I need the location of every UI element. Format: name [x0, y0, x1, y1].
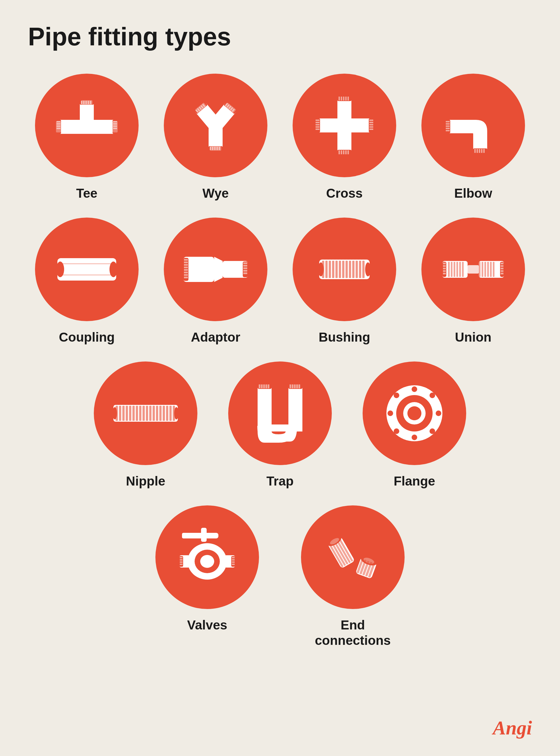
svg-rect-175	[259, 384, 260, 389]
svg-rect-159	[146, 406, 148, 421]
label-flange: Flange	[394, 474, 435, 489]
svg-rect-154	[129, 406, 131, 421]
svg-rect-157	[139, 406, 141, 421]
svg-rect-74	[446, 125, 450, 127]
svg-rect-75	[446, 128, 450, 129]
label-coupling: Coupling	[59, 330, 115, 345]
svg-rect-135	[467, 265, 479, 274]
svg-rect-16	[81, 101, 82, 104]
svg-rect-76	[446, 130, 450, 131]
svg-rect-142	[493, 262, 495, 277]
svg-rect-156	[136, 406, 138, 421]
svg-rect-183	[296, 384, 298, 389]
svg-rect-59	[369, 126, 373, 128]
svg-rect-130	[451, 262, 453, 277]
svg-rect-60	[369, 128, 373, 130]
tee-icon	[53, 97, 120, 154]
label-nipple: Nipple	[126, 474, 165, 489]
label-wye: Wye	[202, 186, 229, 201]
svg-rect-62	[341, 97, 342, 101]
svg-rect-145	[501, 265, 503, 267]
svg-rect-129	[448, 262, 450, 277]
svg-rect-95	[184, 266, 188, 268]
svg-rect-134	[462, 262, 464, 277]
svg-rect-209	[180, 561, 183, 563]
valves-icon	[176, 525, 238, 590]
svg-point-188	[407, 406, 421, 420]
svg-rect-184	[299, 384, 300, 389]
svg-rect-70	[347, 151, 349, 154]
circle-coupling	[35, 218, 139, 321]
svg-rect-96	[184, 269, 188, 271]
svg-rect-43	[216, 147, 218, 150]
svg-rect-181	[292, 384, 294, 389]
svg-rect-141	[490, 262, 492, 277]
svg-rect-53	[316, 124, 319, 125]
label-union: Union	[455, 330, 492, 345]
svg-rect-69	[345, 151, 347, 154]
circle-nipple	[94, 361, 197, 465]
svg-rect-109	[329, 261, 331, 278]
svg-rect-102	[243, 265, 247, 266]
item-bushing: Bushing	[286, 218, 403, 345]
svg-rect-11	[57, 128, 60, 129]
svg-rect-137	[479, 262, 480, 277]
svg-rect-101	[243, 262, 247, 264]
item-valves: Valves	[140, 505, 274, 648]
svg-point-192	[436, 411, 441, 416]
label-valves: Valves	[187, 617, 227, 633]
label-tee: Tee	[76, 186, 97, 201]
circle-cross	[293, 74, 396, 177]
svg-rect-212	[232, 559, 235, 561]
bushing-icon	[314, 251, 375, 287]
svg-rect-182	[294, 384, 296, 389]
label-end-connections: Endconnections	[315, 617, 391, 648]
item-end-connections: Endconnections	[286, 505, 420, 648]
svg-point-121	[365, 262, 371, 276]
svg-rect-128	[443, 273, 446, 274]
svg-rect-146	[501, 268, 503, 270]
svg-point-193	[394, 393, 399, 398]
item-flange: Flange	[353, 361, 476, 489]
svg-rect-103	[243, 267, 247, 269]
svg-rect-118	[359, 261, 361, 278]
circle-end-connections	[301, 505, 405, 609]
svg-rect-78	[474, 149, 476, 153]
svg-rect-64	[345, 97, 347, 101]
svg-rect-171	[288, 384, 302, 429]
svg-rect-67	[341, 151, 342, 154]
circle-valves	[155, 505, 259, 609]
svg-point-194	[429, 393, 435, 398]
union-icon	[440, 253, 507, 286]
circle-trap	[228, 361, 332, 465]
svg-rect-93	[184, 261, 188, 263]
svg-rect-108	[325, 261, 327, 278]
circle-flange	[363, 361, 466, 465]
svg-rect-164	[163, 406, 165, 421]
item-trap: Trap	[218, 361, 342, 489]
svg-rect-124	[443, 263, 446, 264]
item-adaptor: Adaptor	[157, 218, 274, 345]
svg-rect-79	[477, 149, 478, 153]
svg-rect-214	[232, 564, 235, 565]
svg-rect-56	[369, 120, 373, 121]
item-union: Union	[414, 218, 532, 345]
label-trap: Trap	[266, 474, 294, 489]
svg-rect-132	[456, 262, 458, 277]
svg-rect-139	[484, 262, 486, 277]
row-4: Valves	[28, 505, 532, 648]
svg-rect-99	[184, 277, 188, 278]
svg-rect-172	[258, 424, 302, 432]
row-2: Coupling	[28, 218, 532, 345]
item-nipple: Nipple	[84, 361, 207, 489]
svg-rect-65	[347, 97, 349, 101]
label-bushing: Bushing	[319, 330, 370, 345]
wye-icon	[185, 95, 246, 156]
svg-rect-66	[339, 151, 340, 154]
svg-rect-155	[133, 406, 135, 421]
svg-point-202	[200, 555, 214, 568]
svg-rect-17	[83, 101, 84, 104]
svg-rect-210	[180, 564, 183, 565]
svg-rect-115	[349, 261, 351, 278]
svg-rect-44	[219, 147, 220, 150]
